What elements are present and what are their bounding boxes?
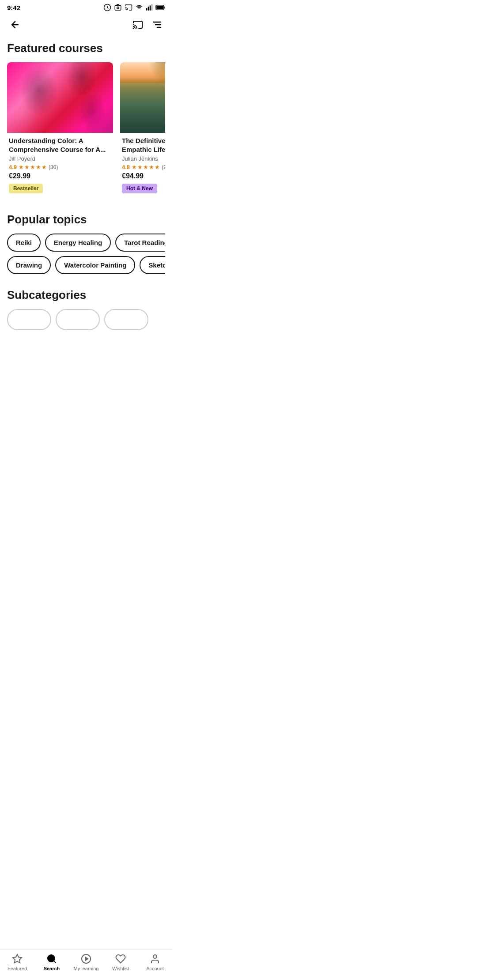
course-badge-2: Hot & New <box>122 184 157 193</box>
status-bar: 9:42 <box>0 0 172 13</box>
course-author-1: Jill Poyerd <box>9 155 111 162</box>
battery-icon <box>155 4 165 11</box>
topic-drawing[interactable]: Drawing <box>7 256 51 274</box>
nav-right-icons <box>130 17 165 33</box>
course-price-1: €29.99 <box>9 172 111 180</box>
svg-rect-8 <box>151 4 153 11</box>
course-author-2: Julian Jenkins <box>122 155 165 162</box>
courses-scroll[interactable]: Understanding Color: A Comprehensive Cou… <box>7 62 165 199</box>
subcategories-row <box>7 309 165 330</box>
popular-topics-title: Popular topics <box>7 213 165 226</box>
course-image-1 <box>7 62 113 133</box>
course-info-2: The Definitive Gu...Empathic Life Julian… <box>120 133 165 197</box>
course-card-1[interactable]: Understanding Color: A Comprehensive Cou… <box>7 62 113 197</box>
course-image-2 <box>120 62 165 133</box>
course-title-2: The Definitive Gu...Empathic Life <box>122 136 165 154</box>
status-time: 9:42 <box>7 4 20 11</box>
google-icon <box>103 4 111 11</box>
topic-watercolor[interactable]: Watercolor Painting <box>55 256 135 274</box>
topics-row-2: Drawing Watercolor Painting Sketching <box>7 256 165 274</box>
stars-2: ★ ★ ★ ★ ★ <box>132 164 160 170</box>
top-nav <box>0 13 172 38</box>
svg-rect-1 <box>115 6 121 11</box>
subcategories-title: Subcategories <box>7 288 165 302</box>
course-price-2: €94.99 <box>122 172 165 180</box>
course-badge-1: Bestseller <box>9 184 43 193</box>
topic-reiki[interactable]: Reiki <box>7 234 41 252</box>
course-rating-1: 4.9 ★ ★ ★ ★ ★ (30) <box>9 164 111 170</box>
filter-button[interactable] <box>149 17 165 33</box>
main-content: Featured courses Understanding Color: A … <box>0 38 172 381</box>
subcategory-3[interactable] <box>104 309 148 330</box>
status-icons <box>103 4 165 11</box>
topics-container: Reiki Energy Healing Tarot Reading P... … <box>7 234 165 274</box>
subcategory-1[interactable] <box>7 309 51 330</box>
wifi-icon <box>135 4 143 11</box>
svg-rect-6 <box>148 7 149 11</box>
svg-rect-7 <box>150 5 151 10</box>
signal-icon <box>146 4 153 11</box>
camera-icon <box>114 4 122 11</box>
stars-1: ★ ★ ★ ★ ★ <box>19 164 47 170</box>
topic-energy-healing[interactable]: Energy Healing <box>45 234 111 252</box>
svg-rect-11 <box>156 6 163 9</box>
featured-section-title: Featured courses <box>7 41 165 55</box>
course-card-2[interactable]: The Definitive Gu...Empathic Life Julian… <box>120 62 165 197</box>
svg-rect-5 <box>146 8 148 10</box>
cast-button[interactable] <box>130 17 146 33</box>
course-info-1: Understanding Color: A Comprehensive Cou… <box>7 133 113 197</box>
subcategories-container <box>7 309 165 330</box>
cast-status-icon <box>125 4 132 11</box>
course-rating-2: 4.8 ★ ★ ★ ★ ★ (27) <box>122 164 165 170</box>
topic-sketching[interactable]: Sketching <box>140 256 165 274</box>
topics-row-1: Reiki Energy Healing Tarot Reading P... <box>7 234 165 252</box>
topic-tarot-reading[interactable]: Tarot Reading <box>115 234 165 252</box>
subcategory-2[interactable] <box>56 309 100 330</box>
svg-rect-10 <box>164 6 165 8</box>
course-title-1: Understanding Color: A Comprehensive Cou… <box>9 136 111 154</box>
svg-point-2 <box>117 7 119 9</box>
back-button[interactable] <box>7 17 23 33</box>
